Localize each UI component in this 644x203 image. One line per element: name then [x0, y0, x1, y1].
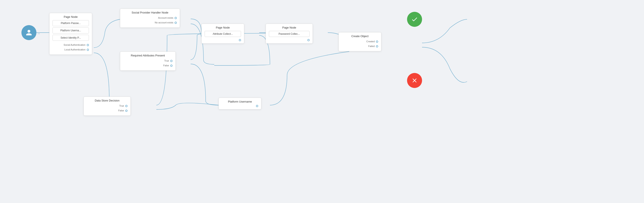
rap-title: Required Attributes Present	[123, 54, 172, 57]
checkmark-icon	[411, 16, 418, 23]
dsd-title: Data Store Decision	[87, 99, 128, 102]
social-provider-handler-node[interactable]: Social Provider Handler Node Account exi…	[120, 9, 180, 28]
user-icon	[26, 29, 32, 36]
required-attributes-present-node[interactable]: Required Attributes Present True False	[120, 52, 176, 71]
conn-pagenode1-social-auth	[94, 19, 120, 48]
page-node-1-output-social: Social Authentication	[52, 43, 89, 47]
page-node-1[interactable]: Page Node Platform Passw... Platform Use…	[49, 13, 92, 55]
page-node-3-item-1[interactable]: Password Collec...	[269, 31, 310, 37]
output-dot-created[interactable]	[376, 41, 378, 43]
page-node-1-item-3[interactable]: Select Identity P...	[52, 35, 89, 41]
output-dot-dsd-true[interactable]	[125, 105, 128, 107]
start-node[interactable]	[22, 25, 36, 40]
conn-dsd-true-pagenode3	[156, 33, 287, 105]
dsd-output-false: False	[87, 109, 128, 113]
output-dot-local[interactable]	[87, 49, 89, 51]
page-node-3-title: Page Node	[269, 26, 310, 29]
page-node-1-output-local: Local Authentication	[52, 48, 89, 52]
output-dot-account-exists[interactable]	[174, 17, 177, 19]
conn-platformusername-createobject	[270, 52, 349, 105]
social-output-no-account: No account exists	[123, 21, 177, 25]
platform-username-node[interactable]: Platform Username	[218, 98, 261, 109]
create-object-node[interactable]: Create Object Created Failed	[338, 32, 381, 51]
page-node-2[interactable]: Page Node Attribute Collect...	[202, 24, 244, 44]
conn-failed-failure	[422, 47, 467, 82]
page-node-1-title: Page Node	[52, 15, 89, 19]
page-node-3[interactable]: Page Node Password Collec...	[266, 24, 313, 44]
page-node-1-item-1[interactable]: Platform Passw...	[52, 20, 89, 26]
end-failure-node[interactable]	[407, 73, 422, 88]
rap-output-true: True	[123, 59, 172, 63]
social-output-account-exists: Account exists	[123, 16, 177, 20]
start-arrow: →	[37, 32, 40, 36]
output-dot-failed[interactable]	[376, 45, 378, 47]
social-provider-handler-title: Social Provider Handler Node	[123, 11, 177, 14]
output-dot-platform-username[interactable]	[256, 105, 258, 107]
page-node-1-item-2[interactable]: Platform Userna...	[52, 28, 89, 34]
output-dot-passwordcollect[interactable]	[308, 39, 310, 41]
create-output-created: Created	[342, 40, 378, 44]
dsd-output-true: True	[87, 104, 128, 108]
output-dot-social[interactable]	[87, 44, 89, 46]
output-dot-rap-true[interactable]	[170, 60, 172, 62]
conn-rap-false-platformusername	[191, 64, 218, 105]
data-store-decision-node[interactable]: Data Store Decision True False	[84, 97, 131, 116]
close-icon	[411, 77, 418, 84]
create-output-failed: Failed	[342, 44, 378, 49]
conn-dsd-false-platformusername	[156, 103, 218, 109]
page-node-2-title: Page Node	[204, 26, 241, 29]
page-node-2-item-1[interactable]: Attribute Collect...	[204, 31, 241, 37]
end-success-node[interactable]	[407, 12, 422, 27]
output-dot-rap-false[interactable]	[170, 65, 172, 67]
output-dot-dsd-false[interactable]	[125, 110, 128, 112]
output-dot-attrcollect[interactable]	[239, 39, 241, 41]
platform-username-title: Platform Username	[222, 100, 258, 103]
rap-output-false: False	[123, 64, 172, 68]
flow-canvas: → Page Node Platform Passw... Platform U…	[0, 0, 644, 203]
create-object-title: Create Object	[342, 35, 378, 38]
conn-created-success	[422, 19, 467, 43]
output-dot-no-account[interactable]	[174, 22, 177, 24]
